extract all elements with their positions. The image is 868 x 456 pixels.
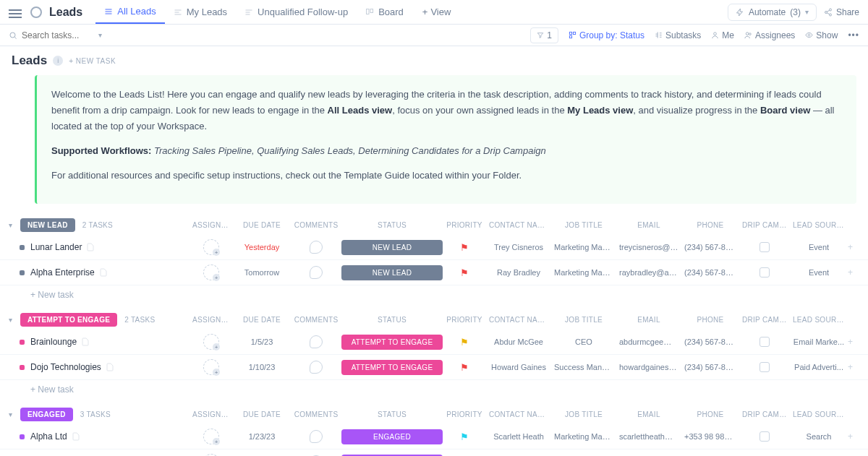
status-cell[interactable]: ATTEMPT TO ENGAGE [341,335,443,350]
task-row[interactable]: Lunar Lander Yesterday NEW LEAD ⚑ Trey C… [0,235,868,260]
due-date[interactable]: 1/10/23 [233,363,291,371]
add-column-button[interactable]: + [848,267,862,278]
task-row[interactable]: Dojo Technologies 1/10/23 ATTEMPT TO ENG… [0,355,868,380]
search-icon [9,31,17,40]
task-name[interactable]: Brainlounge [30,337,77,347]
hamburger-icon[interactable] [9,7,22,17]
new-task-link[interactable]: + NEW TASK [69,57,116,65]
subtasks-button[interactable]: Subtasks [655,30,701,40]
me-label: Me [722,30,734,40]
due-date[interactable]: Yesterday [233,243,291,251]
collapse-icon[interactable]: ▾ [6,220,16,231]
tab-board[interactable]: Board [357,0,412,24]
col-header: CONTACT NAME [486,221,551,229]
lead-source: Paid Adverti... [790,363,848,371]
tab-label: Unqualified Follow-up [258,7,348,17]
drip-cell[interactable] [739,362,790,372]
assignees-button[interactable]: Assignees [744,30,795,40]
task-row[interactable]: Brainlounge 1/5/23 ATTEMPT TO ENGAGE ⚑ A… [0,330,868,355]
collapse-icon[interactable]: ▾ [6,410,16,420]
add-column-button[interactable]: + [848,362,862,372]
comments-cell[interactable] [291,430,341,443]
chevron-down-icon[interactable]: ▾ [98,31,102,39]
me-button[interactable]: Me [711,30,734,40]
tab-label: Board [378,7,404,17]
add-column-button[interactable]: + [848,242,862,252]
task-name[interactable]: Alpha Enterprise [30,267,95,278]
new-task-row[interactable]: + New task [0,380,868,399]
share-icon [824,8,833,17]
assignee-cell[interactable] [190,359,233,375]
priority-flag[interactable]: ⚑ [443,337,486,348]
status-cell[interactable]: ENGAGED [341,429,443,444]
checkbox [760,267,770,278]
status-pill[interactable]: NEW LEAD [20,218,75,232]
task-row[interactable]: Shuffletag 1/16/23 ENGAGED ⚑ Chris Torre… [0,449,868,456]
drip-cell[interactable] [739,267,790,278]
assignee-cell[interactable] [190,264,233,280]
tab-my-leads[interactable]: My Leads [165,0,236,24]
col-header: LEAD SOURCE [790,316,848,324]
status-cell[interactable]: ATTEMPT TO ENGAGE [341,360,443,375]
show-button[interactable]: Show [805,30,838,40]
task-name[interactable]: Dojo Technologies [30,362,101,372]
collapse-icon[interactable]: ▾ [6,315,16,325]
comments-cell[interactable] [291,241,341,254]
task-row[interactable]: Alpha Enterprise Tomorrow NEW LEAD ⚑ Ray… [0,260,868,285]
task-name[interactable]: Alpha Ltd [30,431,67,442]
more-button[interactable]: ••• [848,30,859,40]
col-header: DRIP CAMPAIGN [739,410,790,418]
status-pill[interactable]: ATTEMPT TO ENGAGE [20,313,117,327]
status-dot [20,270,25,275]
due-date[interactable]: 1/5/23 [233,337,291,346]
col-header: JOB TITLE [551,221,616,229]
priority-flag[interactable]: ⚑ [443,242,486,253]
filter-chip[interactable]: 1 [530,27,558,43]
tab-unqualified-follow-up[interactable]: Unqualified Follow-up [236,0,357,24]
search-input[interactable] [22,30,94,40]
priority-flag[interactable]: ⚑ [443,267,486,278]
add-view-label: View [430,7,451,17]
tab-all-leads[interactable]: All Leads [95,0,164,24]
assignee-cell[interactable] [190,429,233,444]
task-row[interactable]: Alpha Ltd 1/23/23 ENGAGED ⚑ Scarlett Hea… [0,424,868,449]
status-cell[interactable]: NEW LEAD [341,265,443,280]
comments-cell[interactable] [291,266,341,279]
drip-cell[interactable] [739,337,790,347]
filter-count: 1 [547,30,552,40]
info-icon[interactable]: i [53,56,63,66]
avatar-placeholder [203,334,219,350]
due-date[interactable]: 1/23/23 [233,432,291,441]
comments-cell[interactable] [291,335,341,348]
avatar-placeholder [203,429,219,444]
comment-icon [310,241,323,254]
due-date[interactable]: Tomorrow [233,268,291,277]
col-header: PHONE [681,410,739,418]
new-task-row[interactable]: + New task [0,285,868,304]
add-view-button[interactable]: +View [415,2,459,22]
assignee-cell[interactable] [190,334,233,350]
email: treycisneros@lunarla [616,243,681,251]
share-button[interactable]: Share [824,7,859,17]
contact-name: Ray Bradley [486,268,551,277]
group-by-button[interactable]: Group by: Status [569,30,644,40]
eye-icon [805,31,813,39]
comments-cell[interactable] [291,361,341,374]
automate-button[interactable]: Automate (3) ▾ [728,4,817,21]
priority-flag[interactable]: ⚑ [443,431,486,442]
drip-cell[interactable] [739,431,790,442]
subheader: Leads i + NEW TASK [0,46,868,75]
col-header: DUE DATE [233,316,291,324]
column-headers: ▾ NEW LEAD 2 TASKS ASSIGNEEDUE DATECOMME… [0,215,868,235]
assignee-cell[interactable] [190,239,233,255]
lead-source: Search [790,432,848,441]
status-pill[interactable]: ENGAGED [20,408,73,421]
add-column-button[interactable]: + [848,337,862,347]
task-name[interactable]: Lunar Lander [30,242,82,252]
status-cell[interactable]: NEW LEAD [341,240,443,255]
welcome-box: Welcome to the Leads List! Here you can … [35,75,856,204]
priority-flag[interactable]: ⚑ [443,362,486,373]
drip-cell[interactable] [739,242,790,252]
email: scarlettheath@alphal [616,432,681,441]
add-column-button[interactable]: + [848,431,862,442]
